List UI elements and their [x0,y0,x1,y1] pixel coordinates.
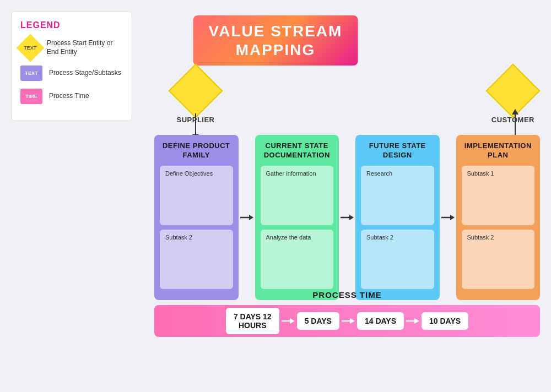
legend-box: LEGEND TEXT Process Start Entity or End … [11,11,132,121]
legend-diamond-label: TEXT [24,45,36,51]
stage-3-task-1: Research [361,166,434,225]
legend-rect-purple-label: TEXT [25,70,37,76]
svg-marker-3 [349,215,354,220]
stage-3-task-2: Subtask 2 [361,230,434,289]
legend-title: LEGEND [20,20,123,30]
legend-rect-pink-shape: TIME [20,89,42,104]
customer-diamond-container [494,72,532,110]
legend-rect-pink-desc: Process Time [49,92,89,101]
stage-3-title: FUTURE STATE DESIGN [361,141,434,160]
stage-1-task-2: Subtask 2 [160,230,233,289]
svg-marker-11 [414,318,419,324]
svg-marker-9 [350,318,355,324]
supplier-diamond-container [176,72,215,110]
process-time-section: PROCESS TIME 7 DAYS 12HOURS 5 DAYS [154,290,540,337]
stages-row: DEFINE PRODUCT FAMILY Define Objectives … [154,135,540,300]
time-bar: 7 DAYS 12HOURS 5 DAYS 14 DAYS [154,305,540,337]
stage-2-title: CURRENT STATE DOCUMENTATION [261,141,334,160]
stage-4-task-2: Subtask 2 [462,230,535,289]
time-arrow-1 [279,316,297,326]
time-arrow-3 [404,316,422,326]
diagram-area: SUPPLIER CUSTOMER DEFINE PRODUCT FAMILY … [154,72,540,381]
legend-item-diamond: TEXT Process Start Entity or End Entity [20,38,123,58]
stage-2-task-2: Analyze the data [261,230,334,289]
legend-rect-pink-label: TIME [25,94,37,99]
stage-define-product-family: DEFINE PRODUCT FAMILY Define Objectives … [154,135,239,300]
time-item-4: 10 DAYS [422,312,468,330]
svg-marker-5 [450,215,455,220]
stage-2-task-1: Gather information [261,166,334,225]
customer-wrapper: CUSTOMER [491,72,534,124]
stage-4-task-1: Subtask 1 [462,166,535,225]
stage-4-title: IMPLEMENTATION PLAN [462,141,535,160]
stage-future-state-design: FUTURE STATE DESIGN Research Subtask 2 [355,135,440,300]
time-item-2: 5 DAYS [297,312,339,330]
process-time-label: PROCESS TIME [154,290,540,300]
legend-diamond-desc: Process Start Entity or End Entity [47,39,123,56]
stage-current-state-doc: CURRENT STATE DOCUMENTATION Gather infor… [255,135,339,300]
main-title: VALUE STREAMMAPPING [193,15,358,66]
legend-item-rect-pink: TIME Process Time [20,89,123,104]
arrow-1-2 [239,135,255,300]
stage-1-title: DEFINE PRODUCT FAMILY [160,141,233,160]
arrow-2-3 [339,135,355,300]
legend-rect-purple-desc: Process Stage/Subtasks [49,69,121,78]
legend-diamond-shape: TEXT [17,34,45,62]
arrow-3-4 [440,135,456,300]
stage-1-task-1: Define Objectives [160,166,233,225]
time-item-3: 14 DAYS [357,312,404,330]
stage-implementation-plan: IMPLEMENTATION PLAN Subtask 1 Subtask 2 [456,135,541,300]
time-item-1: 7 DAYS 12HOURS [226,308,279,334]
legend-item-rect-purple: TEXT Process Stage/Subtasks [20,66,123,81]
svg-marker-1 [249,215,253,220]
legend-rect-purple-shape: TEXT [20,66,42,81]
svg-marker-7 [290,318,295,324]
supplier-arrow-down [195,113,196,135]
customer-arrow-up [515,113,516,135]
time-arrow-2 [339,316,357,326]
supplier-diamond-shape [169,64,223,118]
page: LEGEND TEXT Process Start Entity or End … [0,0,551,392]
